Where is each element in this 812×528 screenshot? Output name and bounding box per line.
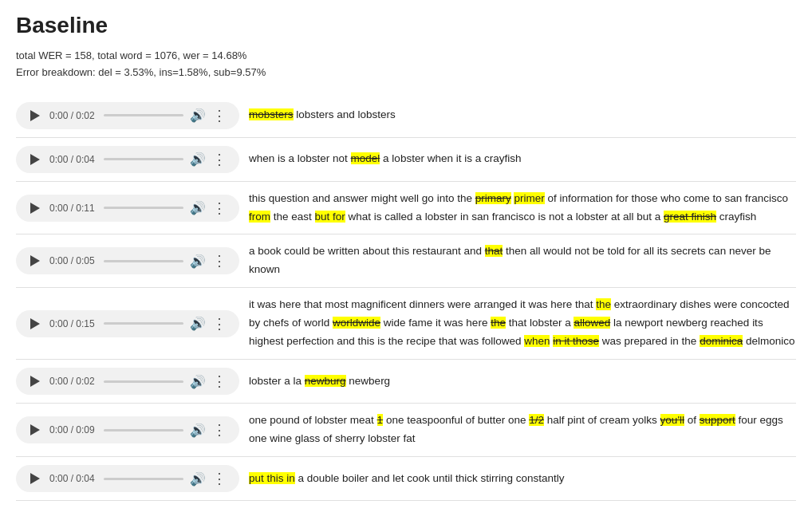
stats-line1: total WER = 158, total word = 1076, wer … xyxy=(16,48,796,65)
progress-bar-2[interactable] xyxy=(104,207,183,209)
play-button-0[interactable] xyxy=(27,108,43,124)
play-button-3[interactable] xyxy=(27,253,43,269)
volume-icon-5[interactable]: 🔊 xyxy=(190,374,206,389)
volume-icon-6[interactable]: 🔊 xyxy=(190,423,206,438)
audio-row: 0:00 / 0:09 🔊 ⋮ one pound of lobster mea… xyxy=(16,404,796,457)
volume-icon-1[interactable]: 🔊 xyxy=(190,152,206,167)
volume-icon-3[interactable]: 🔊 xyxy=(190,254,206,269)
audio-row: 0:00 / 0:04 🔊 ⋮ put this in a double boi… xyxy=(16,457,796,501)
menu-icon-5[interactable]: ⋮ xyxy=(212,372,228,390)
audio-row: 0:00 / 0:15 🔊 ⋮ it was here that most ma… xyxy=(16,288,796,360)
transcript-2: this question and answer might well go i… xyxy=(249,190,796,227)
audio-row: 0:00 / 0:02 🔊 ⋮ mobsters lobsters and lo… xyxy=(16,94,796,138)
audio-row: 0:00 / 0:02 🔊 ⋮ lobster a la newburg new… xyxy=(16,360,796,404)
transcript-1: when is a lobster not model a lobster wh… xyxy=(249,150,796,168)
progress-bar-6[interactable] xyxy=(104,429,183,431)
play-button-4[interactable] xyxy=(27,316,43,332)
menu-icon-3[interactable]: ⋮ xyxy=(212,252,228,270)
audio-player-3: 0:00 / 0:05 🔊 ⋮ xyxy=(16,247,239,274)
menu-icon-7[interactable]: ⋮ xyxy=(212,470,228,487)
menu-icon-4[interactable]: ⋮ xyxy=(212,315,228,333)
play-button-6[interactable] xyxy=(27,422,43,438)
menu-icon-6[interactable]: ⋮ xyxy=(212,421,228,439)
transcript-6: one pound of lobster meat 1 one teaspoon… xyxy=(249,412,796,448)
audio-player-5: 0:00 / 0:02 🔊 ⋮ xyxy=(16,368,239,395)
time-label-4: 0:00 / 0:15 xyxy=(49,318,97,329)
progress-bar-3[interactable] xyxy=(104,260,183,262)
audio-player-0: 0:00 / 0:02 🔊 ⋮ xyxy=(16,102,239,129)
progress-bar-5[interactable] xyxy=(104,380,183,383)
time-label-1: 0:00 / 0:04 xyxy=(49,154,97,165)
time-label-0: 0:00 / 0:02 xyxy=(49,110,97,121)
volume-icon-2[interactable]: 🔊 xyxy=(190,200,206,215)
menu-icon-0[interactable]: ⋮ xyxy=(212,107,228,124)
audio-player-2: 0:00 / 0:11 🔊 ⋮ xyxy=(16,195,239,222)
audio-row: 0:00 / 0:05 🔊 ⋮ a book could be written … xyxy=(16,234,796,288)
stats-line2: Error breakdown: del = 3.53%, ins=1.58%,… xyxy=(16,65,796,81)
audio-player-4: 0:00 / 0:15 🔊 ⋮ xyxy=(16,310,239,337)
progress-bar-1[interactable] xyxy=(104,158,183,160)
transcript-7: put this in a double boiler and let cook… xyxy=(249,470,796,488)
transcript-3: a book could be written about this resta… xyxy=(249,242,796,279)
menu-icon-2[interactable]: ⋮ xyxy=(212,199,228,217)
audio-player-7: 0:00 / 0:04 🔊 ⋮ xyxy=(16,465,239,492)
play-button-1[interactable] xyxy=(27,152,43,167)
time-label-3: 0:00 / 0:05 xyxy=(49,255,97,266)
play-button-2[interactable] xyxy=(27,200,43,216)
play-button-7[interactable] xyxy=(27,471,43,487)
time-label-7: 0:00 / 0:04 xyxy=(49,473,97,484)
volume-icon-4[interactable]: 🔊 xyxy=(190,316,206,331)
time-label-6: 0:00 / 0:09 xyxy=(49,424,97,435)
audio-player-6: 0:00 / 0:09 🔊 ⋮ xyxy=(16,416,239,443)
volume-icon-0[interactable]: 🔊 xyxy=(190,108,206,123)
audio-row: 0:00 / 0:04 🔊 ⋮ when is a lobster not mo… xyxy=(16,138,796,182)
audio-player-1: 0:00 / 0:04 🔊 ⋮ xyxy=(16,146,239,173)
transcript-5: lobster a la newburg newberg xyxy=(249,372,796,391)
volume-icon-7[interactable]: 🔊 xyxy=(190,471,206,487)
audio-row: 0:00 / 0:11 🔊 ⋮ this question and answer… xyxy=(16,182,796,235)
transcript-0: mobsters lobsters and lobsters xyxy=(249,106,796,124)
menu-icon-1[interactable]: ⋮ xyxy=(212,151,228,168)
progress-bar-4[interactable] xyxy=(104,322,183,325)
page-title: Baseline xyxy=(16,13,796,38)
progress-bar-0[interactable] xyxy=(104,114,183,116)
time-label-5: 0:00 / 0:02 xyxy=(49,376,97,387)
stats-block: total WER = 158, total word = 1076, wer … xyxy=(16,48,796,81)
progress-bar-7[interactable] xyxy=(104,478,183,480)
play-button-5[interactable] xyxy=(27,373,43,389)
transcript-4: it was here that most magnificent dinner… xyxy=(249,296,796,351)
time-label-2: 0:00 / 0:11 xyxy=(49,203,97,214)
